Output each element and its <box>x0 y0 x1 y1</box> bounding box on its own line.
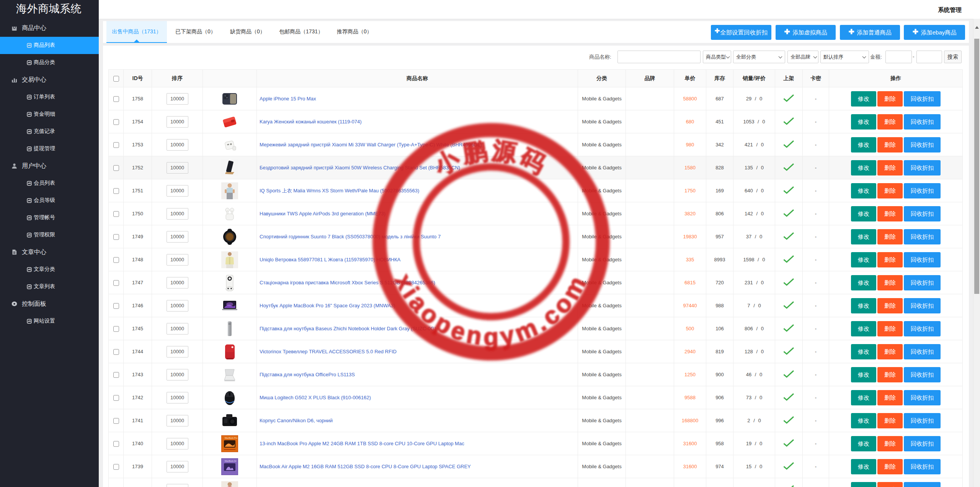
svg-text:MacBook Air: MacBook Air <box>225 460 237 462</box>
svg-text:xiaopengym.com: xiaopengym.com <box>390 269 593 351</box>
svg-text:MacBook Pro: MacBook Pro <box>225 437 237 439</box>
